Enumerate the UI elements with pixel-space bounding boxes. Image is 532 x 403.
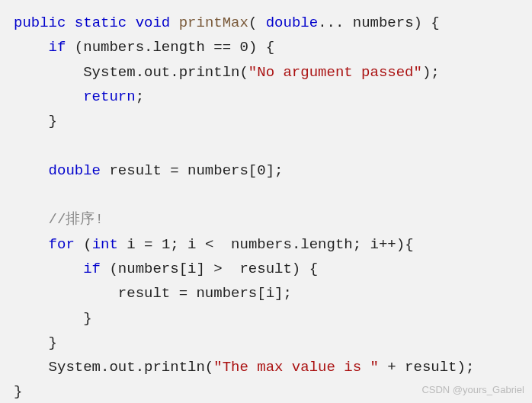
text (14, 88, 83, 105)
text: } (14, 113, 57, 130)
number: 1 (162, 236, 170, 253)
keyword-if: if (83, 261, 101, 277)
comment: //排序! (49, 211, 104, 228)
keyword-for: for (49, 236, 75, 253)
keyword-return: return (83, 88, 135, 105)
text: ; i < numbers.length; i++){ (170, 236, 413, 253)
string-literal: "No argument passed" (248, 64, 422, 81)
text: ( (248, 14, 266, 31)
text: (numbers[i] > result) { (101, 261, 318, 277)
text: ... numbers) { (318, 14, 440, 31)
number: 0 (239, 39, 248, 56)
text: result = numbers[i]; (14, 285, 292, 302)
text: } (14, 310, 92, 327)
text: + result); (379, 359, 474, 376)
string-literal: "The max value is " (213, 359, 379, 376)
keyword-if: if (49, 39, 66, 56)
text (14, 236, 49, 253)
code-block: public static void printMax( double... n… (0, 0, 532, 403)
text: ; (136, 88, 144, 105)
text: (numbers.length == (66, 39, 239, 56)
text: ( (75, 236, 92, 253)
text: } (14, 334, 57, 351)
method-name: printMax (179, 14, 248, 31)
text: System.out.println( (14, 64, 248, 81)
text (14, 162, 49, 179)
text: i = (118, 236, 162, 253)
keyword-void: void (136, 14, 171, 31)
keyword-public: public (14, 14, 66, 31)
text (14, 39, 49, 56)
text: System.out.println( (14, 359, 213, 376)
keyword-double: double (266, 14, 318, 31)
text: result = numbers[ (101, 162, 257, 179)
text (14, 211, 49, 228)
text: ); (422, 64, 440, 81)
text (14, 261, 83, 277)
text: } (14, 383, 22, 400)
keyword-double: double (49, 162, 101, 179)
text: ]; (266, 162, 284, 179)
text: ) { (248, 39, 274, 56)
keyword-static: static (75, 14, 127, 31)
keyword-int: int (92, 236, 118, 253)
watermark: CSDN @yours_Gabriel (421, 382, 524, 398)
number: 0 (257, 162, 265, 179)
